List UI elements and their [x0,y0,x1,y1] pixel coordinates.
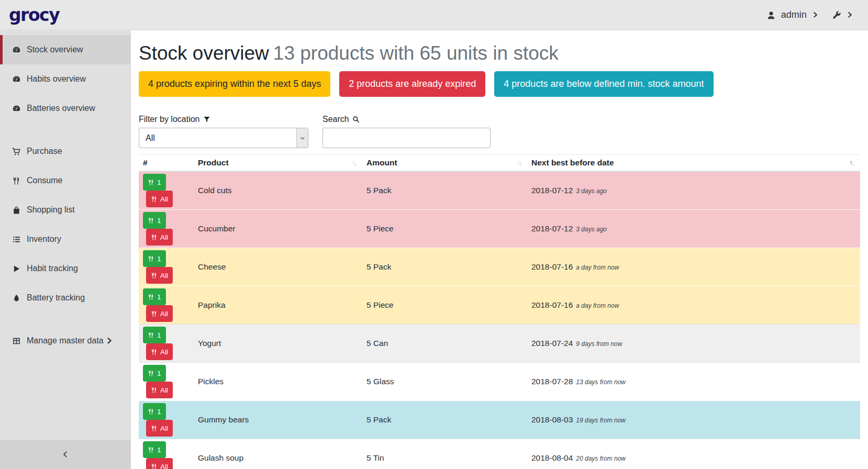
product-cell: Gulash soup [194,439,362,469]
column-header-next-best-before-date[interactable]: Next best before date↑↓ [527,155,860,172]
consume-one-button[interactable]: 1 [143,327,166,343]
amount-cell: 5 Tin [362,439,527,469]
consume-all-button[interactable]: All [146,267,173,284]
sidebar-item-label: Shopping list [27,205,75,215]
consume-one-button[interactable]: 1 [143,212,166,229]
utensils-icon [148,255,154,262]
search-input[interactable] [322,128,491,148]
consume-all-button[interactable]: All [146,458,173,469]
app-logo[interactable]: grocy [9,5,59,25]
product-cell: Cucumber [194,210,362,248]
sort-icon: ↑↓ [517,159,522,166]
best-before-relative: 13 days from now [576,378,626,386]
best-before-date: 2018-07-12 [531,186,573,195]
best-before-cell: 2018-07-16a day from now [527,248,860,286]
product-name: Cucumber [198,224,236,233]
column-header-product[interactable]: Product↑↓ [194,155,362,172]
sidebar-item-batteries-overview[interactable]: Batteries overview [0,94,130,123]
product-cell: Pickles [194,363,362,401]
consume-all-button[interactable]: All [146,191,173,207]
column-header-amount[interactable]: Amount↑↓ [362,155,527,172]
below-min-stock-alert-badge[interactable]: 4 products are below defined min. stock … [494,71,713,97]
consume-one-button[interactable]: 1 [143,403,166,420]
gauge-icon [10,46,22,54]
sidebar-item-purchase[interactable]: Purchase [0,137,130,166]
product-name: Yogurt [198,339,221,348]
consume-one-button[interactable]: 1 [143,365,166,382]
amount-cell: 5 Piece [362,286,527,325]
sidebar-item-label: Batteries overview [27,104,95,113]
stock-table: #Product↑↓Amount↑↓Next best before date↑… [139,154,860,469]
best-before-cell: 2018-08-0420 days from now [527,439,860,469]
user-menu[interactable]: admin [766,9,819,20]
settings-menu[interactable] [832,10,853,20]
sidebar-item-stock-overview[interactable]: Stock overview [0,35,130,64]
utensils-icon [151,310,158,317]
table-icon [10,337,22,345]
row-actions-cell: 1All [139,325,194,363]
sidebar-item-battery-tracking[interactable]: Battery tracking [0,283,130,312]
sidebar-item-label: Manage master data [27,336,104,345]
amount-cell: 5 Pack [362,171,527,210]
best-before-cell: 2018-07-123 days ago [527,171,860,210]
sidebar-item-manage-master-data[interactable]: Manage master data [0,326,130,355]
consume-all-button[interactable]: All [146,343,173,360]
expired-alert-badge[interactable]: 2 products are already expired [339,71,485,97]
best-before-date: 2018-07-16 [531,300,573,309]
page-title-text: Stock overview [139,42,269,64]
page-title: Stock overview13 products with 65 units … [139,42,860,65]
consume-all-button[interactable]: All [146,420,173,437]
utensils-icon [148,446,154,453]
best-before-relative: a day from now [576,302,619,309]
utensils-icon [148,294,154,300]
table-row-cheese: 1AllCheese5 Pack2018-07-16a day from now [139,248,860,286]
product-cell: Cheese [194,248,362,286]
row-actions-cell: 1All [139,286,194,325]
best-before-date: 2018-07-28 [531,377,573,386]
product-cell: Paprika [194,286,362,325]
row-actions-cell: 1All [139,210,194,248]
product-name: Pickles [198,377,224,386]
amount-cell: 5 Pack [362,248,527,286]
sidebar-item-habit-tracking[interactable]: Habit tracking [0,254,130,283]
list-icon [10,235,22,244]
best-before-cell: 2018-07-16a day from now [527,286,860,325]
sidebar-collapse-button[interactable] [0,440,130,469]
sidebar-item-shopping-list[interactable]: Shopping list [0,195,130,225]
consume-all-button[interactable]: All [146,305,173,322]
search-label: Search [322,115,491,124]
row-actions-cell: 1All [139,439,194,469]
cart-icon [10,147,22,156]
consume-all-button[interactable]: All [146,382,173,398]
bag-icon [10,206,22,215]
sidebar-item-consume[interactable]: Consume [0,166,130,195]
consume-one-button[interactable]: 1 [143,441,166,458]
row-actions-cell: 1All [139,401,194,439]
consume-all-button[interactable]: All [146,229,173,245]
best-before-relative: 3 days ago [576,226,607,233]
product-name: Gulash soup [198,453,243,462]
expiring-alert-badge[interactable]: 4 products expiring within the next 5 da… [139,71,330,97]
chevron-right-icon [104,337,115,344]
product-name: Paprika [198,300,226,309]
chevron-left-icon [62,451,69,458]
sidebar-item-inventory[interactable]: Inventory [0,225,130,254]
consume-one-button[interactable]: 1 [143,250,166,267]
row-actions-cell: 1All [139,363,194,401]
utensils-icon [148,179,154,186]
utensils-icon [148,332,154,339]
consume-one-button[interactable]: 1 [143,288,166,305]
consume-one-button[interactable]: 1 [143,174,166,191]
sidebar-item-label: Purchase [27,147,62,156]
utensils-icon [151,463,158,469]
amount-cell: 5 Can [362,325,527,363]
best-before-relative: 19 days from now [576,417,626,424]
sidebar-item-habits-overview[interactable]: Habits overview [0,64,130,94]
product-cell: Yogurt [194,325,362,363]
product-cell: Cold cuts [194,171,362,210]
utensils-icon [151,349,158,355]
sidebar-nav: Stock overviewHabits overviewBatteries o… [0,30,130,355]
best-before-date: 2018-07-12 [531,224,573,233]
utensils-icon [151,425,158,432]
location-select[interactable]: All [139,128,308,148]
